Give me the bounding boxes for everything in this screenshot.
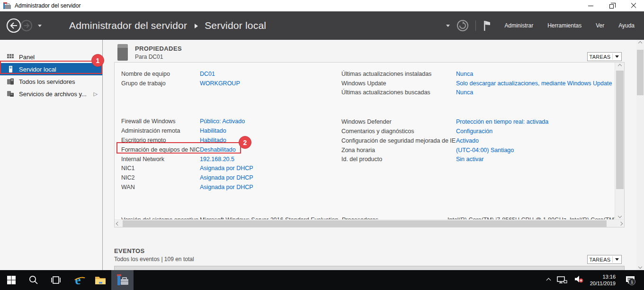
property-value-link[interactable]: (UTC-04:00) Santiago	[456, 147, 514, 154]
properties-subtitle: Para DC01	[135, 54, 182, 60]
property-row: WANAsignada por DHCP	[121, 182, 334, 192]
taskbar: e	[0, 270, 644, 290]
scroll-up-icon[interactable]	[638, 41, 642, 45]
internet-explorer-icon: e	[75, 274, 81, 287]
properties-tasks-button[interactable]: TAREAS	[587, 52, 622, 61]
search-button[interactable]	[22, 270, 45, 290]
history-dropdown-icon[interactable]	[38, 25, 42, 27]
property-value-link[interactable]: Protección en tiempo real: activada	[456, 118, 548, 125]
tasks-dropdown-icon	[613, 55, 621, 58]
property-row: Administración remotaHabilitado	[121, 126, 334, 136]
menu-herramientas[interactable]: Herramientas	[547, 22, 581, 29]
volume-muted-icon[interactable]	[574, 275, 583, 285]
notifications-dropdown-icon[interactable]	[446, 25, 450, 27]
clock-date: 20/11/2019	[590, 280, 616, 287]
properties-column-left: Nombre de equipoDC01Grupo de trabajoWORK…	[121, 69, 334, 192]
tasks-button-label: TAREAS	[588, 257, 612, 263]
expand-arrow-icon[interactable]: ▷	[94, 91, 98, 97]
property-row: Últimas actualizaciones buscadasNunca	[341, 88, 615, 98]
taskbar-clock[interactable]: 13:16 20/11/2019	[590, 273, 616, 287]
annotation-box-step1	[0, 61, 102, 74]
nav-separator	[475, 20, 476, 31]
panel-vertical-scrollbar[interactable]	[615, 63, 624, 219]
annotation-box-step2	[116, 142, 241, 154]
events-subtitle: Todos los eventos | 109 en total	[114, 256, 194, 263]
tasks-button-label: TAREAS	[588, 54, 612, 60]
property-label: Windows Defender	[341, 118, 456, 125]
property-label: Últimas actualizaciones buscadas	[341, 89, 456, 96]
property-value-link[interactable]: Público: Activado	[200, 118, 245, 125]
property-value-link[interactable]: Habilitado	[200, 127, 226, 134]
events-tasks-button[interactable]: TAREAS	[587, 255, 622, 264]
breadcrumb-root[interactable]: Administrador del servidor	[69, 20, 187, 31]
breadcrumb-current[interactable]: Servidor local	[205, 20, 266, 31]
properties-tile-icon	[117, 44, 128, 61]
scrollbar-thumb[interactable]	[637, 50, 644, 95]
property-value-link[interactable]: Asignada por DHCP	[200, 184, 253, 190]
property-value-link[interactable]: Sin activar	[456, 156, 483, 163]
search-icon	[28, 275, 39, 285]
property-value-link[interactable]: Activado	[456, 137, 479, 144]
menu-ayuda[interactable]: Ayuda	[618, 22, 635, 29]
window-title: Administrador del servidor	[15, 2, 80, 9]
scroll-left-icon[interactable]	[116, 222, 120, 226]
all-servers-icon	[7, 78, 14, 85]
task-view-icon	[50, 275, 62, 285]
close-icon	[631, 3, 636, 9]
property-value-link[interactable]: Nunca	[456, 89, 473, 96]
scroll-up-icon[interactable]	[617, 64, 621, 68]
start-button[interactable]	[0, 270, 22, 290]
property-value-link[interactable]: 192.168.20.5	[200, 156, 234, 163]
action-center-button[interactable]: 1	[622, 273, 638, 287]
refresh-button[interactable]	[456, 19, 469, 32]
task-view-button[interactable]	[45, 270, 67, 290]
property-label: Internal Network	[121, 156, 200, 163]
annotation-badge-step1: 1	[91, 54, 104, 67]
scroll-down-icon[interactable]	[638, 265, 642, 269]
network-icon[interactable]	[557, 275, 567, 285]
scrollbar-thumb[interactable]	[123, 220, 607, 227]
property-value-link[interactable]: Solo descargar actualizaciones, mediante…	[456, 80, 612, 87]
file-explorer-button[interactable]	[89, 270, 111, 290]
property-value-link[interactable]: Asignada por DHCP	[200, 165, 253, 172]
property-label: Configuración de seguridad mejorada de I…	[341, 137, 456, 144]
back-forward-buttons[interactable]	[6, 18, 35, 34]
menu-ver[interactable]: Ver	[596, 22, 604, 29]
page-vertical-scrollbar[interactable]	[636, 40, 644, 270]
property-label: NIC2	[121, 174, 200, 181]
panel-horizontal-scrollbar[interactable]	[115, 219, 624, 227]
file-storage-services-icon	[7, 90, 14, 98]
column-spacer	[121, 88, 334, 117]
minimize-button[interactable]	[580, 0, 601, 11]
sidebar-item-todos-los-servidores[interactable]: Todos los servidores	[0, 75, 102, 88]
sidebar-item-servicios-de-archivos[interactable]: Servicios de archivos y... ▷	[0, 88, 102, 100]
scroll-right-icon[interactable]	[619, 222, 623, 226]
server-manager-icon	[116, 274, 129, 286]
internet-explorer-button[interactable]: e	[67, 270, 89, 290]
restore-button[interactable]	[601, 0, 623, 11]
annotation-badge-step2: 2	[239, 136, 251, 149]
property-row: Internal Network192.168.20.5	[121, 154, 334, 164]
property-value-link[interactable]: DC01	[200, 71, 215, 77]
close-button[interactable]	[623, 0, 644, 11]
property-row: Grupo de trabajoWORKGROUP	[121, 79, 334, 88]
scroll-down-icon[interactable]	[617, 214, 621, 218]
server-manager-taskbar-button[interactable]	[111, 270, 134, 290]
property-value-link[interactable]: Nunca	[456, 71, 473, 77]
manageability-flag-icon[interactable]	[483, 19, 491, 32]
property-value-link[interactable]: WORKGROUP	[200, 80, 240, 87]
notification-count-badge: 1	[628, 278, 635, 285]
property-value-link[interactable]: Asignada por DHCP	[200, 174, 253, 181]
property-label: Firewall de Windows	[121, 118, 200, 125]
scrollbar-thumb[interactable]	[616, 71, 624, 189]
menu-administrar[interactable]: Administrar	[504, 22, 533, 29]
properties-column-right: Últimas actualizaciones instaladasNuncaW…	[341, 69, 615, 164]
property-value-link[interactable]: Configuración	[456, 128, 492, 135]
property-row: Firewall de WindowsPúblico: Activado	[121, 117, 334, 127]
property-label: Grupo de trabajo	[121, 80, 200, 87]
tray-expand-icon[interactable]	[546, 278, 551, 282]
property-row: Configuración de seguridad mejorada de I…	[341, 136, 615, 145]
sidebar-item-label: Todos los servidores	[19, 78, 75, 85]
sidebar-item-label: Servicios de archivos y...	[19, 91, 87, 98]
property-row: NIC1Asignada por DHCP	[121, 164, 334, 173]
